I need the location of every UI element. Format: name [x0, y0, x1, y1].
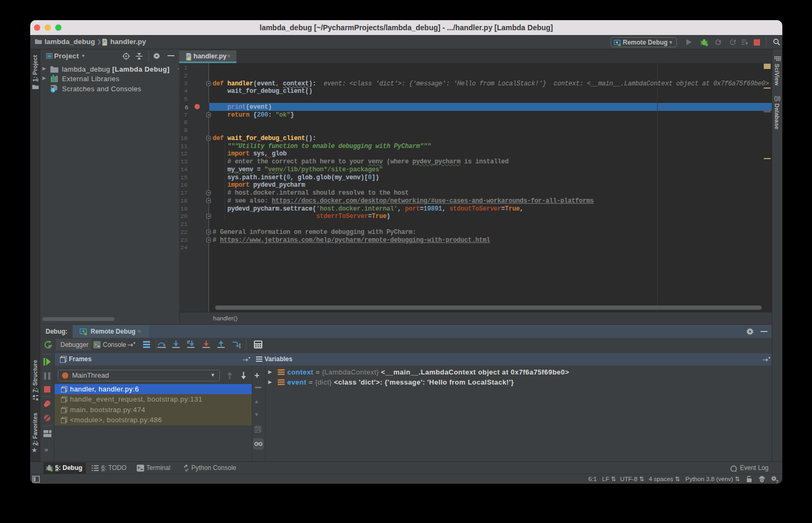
svg-text:?: ?: [776, 479, 779, 484]
